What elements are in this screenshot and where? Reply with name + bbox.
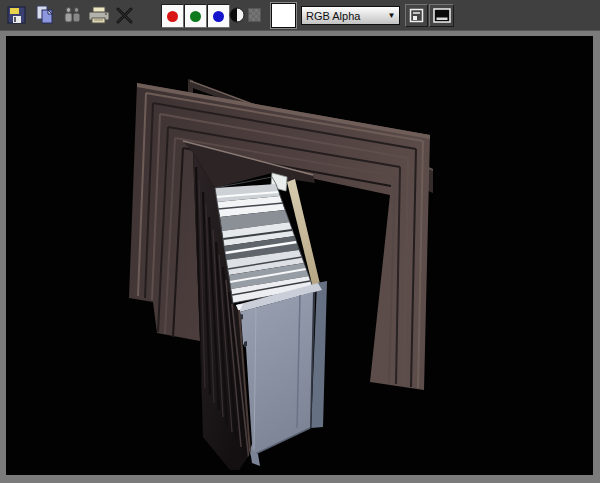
rendered-frame-window: RGB Alpha ▼ [0,0,600,483]
green-channel-icon [190,11,201,22]
toolbar: RGB Alpha ▼ [0,0,600,31]
screen-button[interactable] [429,4,454,27]
rendered-image [6,36,593,475]
layer-button[interactable] [405,4,428,27]
green-channel-button[interactable] [184,4,207,28]
channel-display-dropdown[interactable]: RGB Alpha ▼ [301,6,400,25]
channel-display-value: RGB Alpha [302,10,384,22]
red-channel-icon [167,11,178,22]
clear-x-icon [115,5,135,25]
red-channel-button[interactable] [161,4,184,28]
print-button[interactable] [86,4,112,26]
layer-page-icon [409,8,424,23]
render-canvas[interactable] [6,36,593,475]
copy-icon [35,5,55,25]
screen-icon [433,8,451,23]
monochrome-button[interactable] [228,4,246,26]
clone-button[interactable] [61,4,85,26]
clone-figures-icon [63,6,83,24]
background-color-swatch[interactable] [271,3,296,28]
print-icon [87,5,111,25]
save-button[interactable] [5,4,29,26]
copy-button[interactable] [33,4,57,26]
monochrome-icon [229,7,245,23]
save-icon [7,5,27,25]
blue-channel-icon [213,11,224,22]
chevron-down-icon: ▼ [384,11,399,20]
alpha-channel-button[interactable] [248,8,261,22]
blue-channel-button[interactable] [207,4,230,28]
clear-button[interactable] [113,4,137,26]
